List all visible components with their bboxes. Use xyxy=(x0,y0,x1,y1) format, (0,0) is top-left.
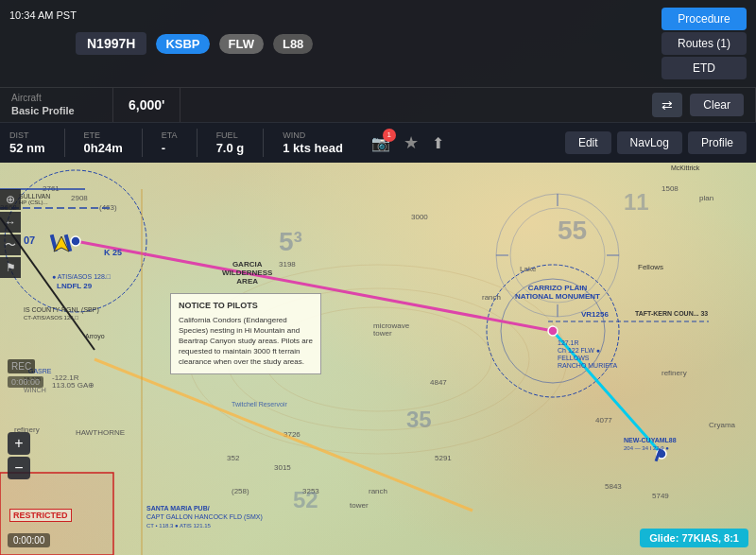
etd-button[interactable]: ETD xyxy=(662,57,747,79)
elevation-plan: plan xyxy=(699,194,713,202)
time-bottom: 0:00:00 xyxy=(8,533,50,547)
elevation-352: 352 xyxy=(227,454,239,462)
zoom-in-button[interactable]: + xyxy=(8,432,30,455)
airport-tag-ksbp[interactable]: KSBP xyxy=(156,34,209,54)
swap-clear-group: ⇄ Clear xyxy=(641,88,756,122)
stat-eta: ETA - xyxy=(162,130,178,155)
label-tower: tower xyxy=(373,329,392,338)
edit-button[interactable]: Edit xyxy=(565,131,611,154)
header-row3: Dist 52 nm ETE 0h24m ETA - Fuel 7.0 g Wi… xyxy=(0,122,756,163)
sector-11: 11 xyxy=(624,189,649,216)
navlog-button[interactable]: NavLog xyxy=(617,131,682,154)
swap-button[interactable]: ⇄ xyxy=(652,93,682,117)
label-refinery: refinery xyxy=(662,369,687,377)
tab-buttons: Edit NavLog Profile xyxy=(565,131,747,154)
stat-fuel-label: Fuel xyxy=(216,130,245,140)
aircraft-info: Aircraft Basic Profile xyxy=(0,88,113,122)
top-panel: 10:34 AM PST N1997H KSBP FLW L88 Procedu… xyxy=(0,0,756,163)
notice-text: California Condors (Endangered Species) … xyxy=(179,315,313,368)
divider-2 xyxy=(142,129,143,157)
rec-label: REC xyxy=(8,359,35,373)
row2-spacer xyxy=(180,88,641,122)
tool-crosshair[interactable]: ⊕ xyxy=(0,189,21,210)
elevation-2908: 2908 xyxy=(71,194,88,202)
airport-tag-flw[interactable]: FLW xyxy=(219,34,264,54)
elevation-3726: 3726 xyxy=(284,430,301,439)
glide-info: Glide: 77KIAS, 8:1 xyxy=(640,529,748,547)
divider-1 xyxy=(64,129,65,157)
elevation-hawthorne: HAWTHORNE xyxy=(76,428,125,437)
zoom-controls: + − xyxy=(8,432,30,479)
routes-button[interactable]: Routes (1) xyxy=(662,32,747,55)
elevation-5843: 5843 xyxy=(605,482,622,491)
stat-wind-label: Wind xyxy=(283,130,343,140)
sector-35: 35 xyxy=(406,407,432,433)
stat-dist-value: 52 nm xyxy=(9,141,45,155)
tool-flag[interactable]: ⚑ xyxy=(0,257,21,278)
camera-icon[interactable]: 📷 1 xyxy=(371,134,390,152)
stat-ete-value: 0h24m xyxy=(84,141,123,155)
stat-eta-value: - xyxy=(162,141,178,155)
elevation-3015: 3015 xyxy=(274,463,291,472)
elevation-105: 113.05 GA⊕ xyxy=(52,381,94,390)
elevation-3000: 3000 xyxy=(411,213,428,221)
callsign[interactable]: N1997H xyxy=(76,32,146,55)
stat-ete: ETE 0h24m xyxy=(84,130,123,155)
tool-arrow[interactable]: ↔ xyxy=(0,212,21,233)
elevation-463: (463) xyxy=(99,203,117,212)
aircraft-label: Aircraft xyxy=(11,92,101,104)
stat-ete-label: ETE xyxy=(84,130,123,140)
stat-wind: Wind 1 kts head xyxy=(283,130,343,155)
share-icon[interactable]: ⬆ xyxy=(432,134,444,152)
sector-53: 5³ xyxy=(279,227,302,257)
profile-label: Basic Profile xyxy=(11,104,101,117)
svg-marker-47 xyxy=(54,236,69,251)
notice-title: NOTICE TO PILOTS xyxy=(179,300,313,312)
tool-wind[interactable]: 〜 xyxy=(0,234,21,255)
elevation-258: (258) xyxy=(232,487,249,495)
altitude-display: 6,000' xyxy=(113,88,180,122)
elevation-3198: 3198 xyxy=(279,260,296,269)
elevation-1508: 1508 xyxy=(662,184,679,193)
elevation-5291: 5291 xyxy=(435,454,452,462)
compass-rose xyxy=(491,189,624,321)
svg-point-48 xyxy=(496,194,619,317)
time-display: 10:34 AM PST xyxy=(9,9,77,21)
elevation-5749: 5749 xyxy=(652,492,669,500)
stat-dist-label: Dist xyxy=(9,130,45,140)
ksbp-marker[interactable] xyxy=(52,234,71,253)
elevation-4847: 4847 xyxy=(430,378,447,387)
right-buttons-group: Procedure Routes (1) ETD xyxy=(662,8,747,79)
svg-point-49 xyxy=(510,208,605,303)
notice-box: NOTICE TO PILOTS California Condors (End… xyxy=(170,293,321,374)
action-icons: 📷 1 ★ ⬆ xyxy=(371,132,444,153)
profile-button[interactable]: Profile xyxy=(688,131,747,154)
stat-dist: Dist 52 nm xyxy=(9,130,45,155)
elevation-ranch: ranch xyxy=(369,487,387,495)
elevation-2761: 2761 xyxy=(43,184,60,193)
header-row1: 10:34 AM PST N1997H KSBP FLW L88 Procedu… xyxy=(0,0,756,88)
stat-eta-label: ETA xyxy=(162,130,178,140)
restricted-label: RESTRICTED xyxy=(9,509,72,522)
elevation-4077: 4077 xyxy=(595,416,612,425)
elevation-Cuyama: Cryama xyxy=(709,421,735,429)
flight-timer: 0:00:00 xyxy=(8,376,43,388)
left-tools: ⊕ ↔ 〜 ⚑ xyxy=(0,189,21,278)
stat-fuel: Fuel 7.0 g xyxy=(216,130,245,155)
star-icon[interactable]: ★ xyxy=(404,132,419,153)
elevation-tower2: tower xyxy=(350,501,369,510)
header-row2: Aircraft Basic Profile 6,000' ⇄ Clear xyxy=(0,88,756,122)
airport-tag-l88[interactable]: L88 xyxy=(273,34,313,54)
divider-3 xyxy=(197,129,198,157)
sector-52b: 52 xyxy=(293,487,318,513)
divider-4 xyxy=(263,129,264,157)
camera-badge: 1 xyxy=(383,129,396,142)
clear-button[interactable]: Clear xyxy=(690,94,744,116)
stat-fuel-value: 7.0 g xyxy=(216,141,245,155)
zoom-out-button[interactable]: − xyxy=(8,457,30,479)
stat-wind-value: 1 kts head xyxy=(283,141,343,155)
procedure-button[interactable]: Procedure xyxy=(662,8,747,30)
